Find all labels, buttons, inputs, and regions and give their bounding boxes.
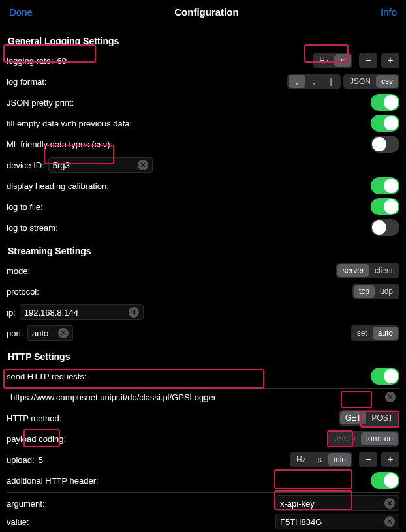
fmt-pipe[interactable]: |	[322, 75, 339, 88]
argument-label: argument:	[7, 499, 45, 509]
ip-label: ip:	[7, 308, 16, 318]
ip-field[interactable]: 192.168.8.144 ✕	[20, 304, 144, 320]
clear-icon[interactable]: ✕	[129, 307, 139, 318]
row-log-to-file: log to file:	[7, 198, 399, 216]
port-value: auto	[32, 329, 53, 338]
json-pretty-toggle[interactable]	[371, 94, 399, 111]
device-id-value: 5rg3	[53, 160, 133, 170]
port-auto[interactable]: auto	[373, 327, 398, 340]
payload-segment[interactable]: JSON form-url	[328, 431, 399, 447]
display-heading-toggle[interactable]	[371, 177, 399, 194]
clear-icon[interactable]: ✕	[58, 328, 69, 338]
format-type-segment[interactable]: JSON csv	[343, 74, 399, 89]
upload-unit-segment[interactable]: Hz s min	[290, 452, 352, 467]
ip-value: 192.168.8.144	[24, 308, 123, 318]
protocol-label: protocol:	[7, 287, 39, 297]
section-streaming: Streaming Settings	[8, 246, 399, 256]
fill-empty-toggle[interactable]	[371, 115, 399, 132]
row-log-format: log format: , ; | JSON csv	[7, 72, 399, 91]
proto-udp[interactable]: udp	[375, 285, 398, 298]
logging-rate-value: 60	[57, 56, 67, 66]
additional-header-label: additional HTTP header:	[7, 476, 99, 486]
logging-rate-label: logging rate:	[7, 56, 54, 66]
log-to-file-toggle[interactable]	[371, 198, 399, 215]
value-value: F5TH834G	[280, 517, 330, 527]
port-field[interactable]: auto ✕	[27, 325, 73, 341]
row-logging-rate: logging rate: 60 Hz s − +	[7, 52, 399, 70]
rate-unit-hz[interactable]: Hz	[314, 54, 334, 67]
mode-label: mode:	[7, 266, 30, 276]
rate-unit-segment[interactable]: Hz s	[313, 53, 352, 68]
upload-min[interactable]: min	[328, 453, 351, 466]
payload-json[interactable]: JSON	[330, 432, 361, 445]
upload-hz[interactable]: Hz	[291, 453, 311, 466]
row-fill-empty: fill empty data with previous data:	[7, 114, 399, 132]
fmt-json[interactable]: JSON	[345, 75, 376, 88]
send-http-toggle[interactable]	[371, 368, 399, 385]
row-log-to-stream: log to stream:	[7, 218, 399, 237]
rate-plus-button[interactable]: +	[381, 53, 399, 68]
payload-formurl[interactable]: form-url	[361, 432, 398, 445]
clear-icon[interactable]: ✕	[138, 160, 148, 170]
row-json-pretty: JSON pretty print:	[7, 93, 399, 111]
page-title: Configuration	[174, 7, 238, 18]
argument-value: x-api-key	[280, 499, 330, 509]
row-http-method: HTTP method: GET POST	[7, 409, 399, 427]
payload-coding-label: payload coding:	[7, 434, 66, 444]
row-port: port: auto ✕ set auto	[7, 324, 399, 342]
port-set[interactable]: set	[352, 327, 373, 340]
mode-client[interactable]: client	[369, 264, 398, 277]
rate-unit-s[interactable]: s	[334, 54, 351, 67]
section-general: General Logging Settings	[8, 36, 399, 46]
upload-minus-button[interactable]: −	[359, 452, 377, 467]
row-payload-coding: payload coding: JSON form-url	[7, 430, 399, 448]
row-additional-header: additional HTTP header:	[7, 471, 399, 490]
value-field[interactable]: F5TH834G ✕	[275, 514, 399, 529]
row-ml-friendly: ML friendly data types (csv):	[7, 135, 399, 153]
format-delimiter-segment[interactable]: , ; |	[287, 74, 341, 89]
http-url-field[interactable]: https://www.campusnet.unipr.it/do/classi…	[7, 388, 399, 406]
ml-friendly-toggle[interactable]	[371, 136, 399, 153]
clear-icon[interactable]: ✕	[384, 516, 395, 527]
upload-value: 5	[39, 455, 43, 465]
upload-plus-button[interactable]: +	[381, 452, 399, 467]
argument-field[interactable]: x-api-key ✕	[275, 495, 399, 511]
clear-icon[interactable]: ✕	[384, 498, 395, 509]
method-get[interactable]: GET	[340, 411, 367, 424]
method-post[interactable]: POST	[366, 411, 398, 424]
row-send-http: send HTTP requests:	[7, 367, 399, 385]
row-ip: ip: 192.168.8.144 ✕	[7, 303, 399, 321]
json-pretty-label: JSON pretty print:	[7, 98, 74, 108]
display-heading-label: display heading calibration:	[7, 181, 109, 191]
protocol-segment[interactable]: tcp udp	[352, 284, 399, 299]
device-id-label: device ID:	[7, 160, 44, 170]
rate-minus-button[interactable]: −	[359, 53, 377, 68]
fill-empty-label: fill empty data with previous data:	[7, 119, 132, 128]
info-button[interactable]: Info	[381, 7, 397, 18]
fmt-csv[interactable]: csv	[376, 75, 398, 88]
log-to-stream-toggle[interactable]	[371, 219, 399, 236]
fmt-semicolon[interactable]: ;	[305, 75, 322, 88]
navigation-bar: Done Configuration Info	[0, 0, 406, 27]
send-http-label: send HTTP requests:	[7, 372, 87, 381]
mode-segment[interactable]: server client	[336, 263, 399, 278]
device-id-field[interactable]: 5rg3 ✕	[48, 157, 153, 173]
log-to-stream-label: log to stream:	[7, 223, 58, 233]
additional-header-toggle[interactable]	[371, 472, 399, 489]
row-value: value: F5TH834G ✕	[7, 514, 399, 532]
fmt-comma[interactable]: ,	[289, 75, 305, 88]
http-method-label: HTTP method:	[7, 413, 61, 423]
ml-friendly-label: ML friendly data types (csv):	[7, 140, 112, 149]
row-display-heading: display heading calibration:	[7, 177, 399, 195]
section-http: HTTP Settings	[8, 351, 399, 362]
proto-tcp[interactable]: tcp	[354, 285, 375, 298]
clear-icon[interactable]: ✕	[385, 392, 396, 402]
http-method-segment[interactable]: GET POST	[339, 410, 399, 426]
done-button[interactable]: Done	[9, 7, 33, 18]
upload-s[interactable]: s	[311, 453, 328, 466]
port-mode-segment[interactable]: set auto	[351, 325, 399, 341]
port-label: port:	[7, 329, 23, 338]
value-label: value:	[7, 517, 29, 527]
row-protocol: protocol: tcp udp	[7, 282, 399, 301]
mode-server[interactable]: server	[337, 264, 369, 277]
